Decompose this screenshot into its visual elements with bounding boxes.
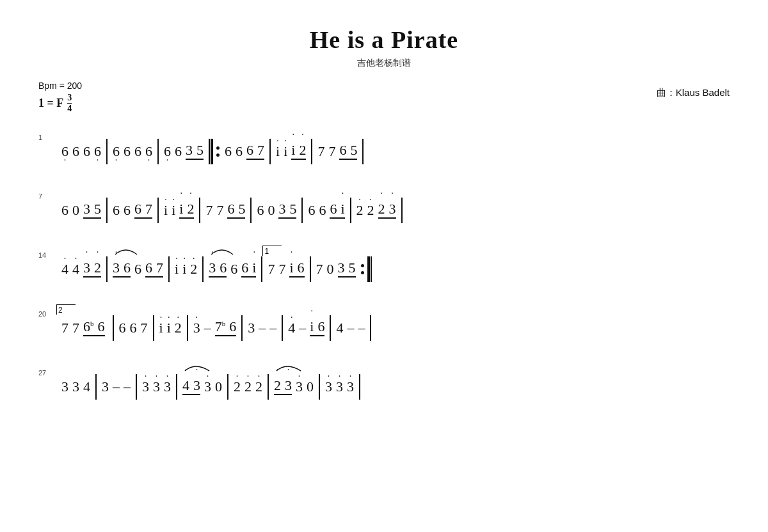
measure-20-volta2: 2 7 7 6b 6 [56,320,110,336]
staff-row-1: 1 6· 6 6 6· [38,132,730,171]
measure-14: 4· 4· 3· 2· [56,261,106,278]
notes-m3: 6· 6 3 5 [164,143,204,160]
beamed-12high: i· 2· [291,143,306,160]
staff-row-3: 14 4· 4· 3· 2· [38,250,730,288]
note-7: 7 [328,145,335,159]
repeat-barline-start [209,139,220,164]
measure-27: 3 3 4 [56,380,95,394]
notes-m4: 6 6 6 7 [225,143,264,160]
measure-6: 7 7 6 5 [312,143,362,160]
note-6: 6 [236,145,243,159]
beamed-35: 3 5 [186,143,204,160]
measure-7: 6 0 3 5 [56,202,106,219]
measure-1: 6· 6 6 6· [56,145,106,159]
note-6: 6 [225,145,232,159]
measure-30: 4· 3· 3· 0 [177,379,227,395]
measure-21: 6 6 7 [114,321,153,335]
notes-m5: i· i· i· 2· [276,143,306,160]
measure-16: i· i· 2· [170,262,202,276]
staff-line-1: 6· 6 6 6· 6· [56,132,730,171]
measure-23: 3· – 7b 6 [188,320,242,336]
volta-bracket-1: 1 [262,246,282,256]
note-1high: i· [276,145,280,159]
time-sig: 3 4 [67,93,72,113]
measure-13: 2· 2· 2· 3· [351,202,401,219]
staff-row-5: 27 3 3 4 3 – – [38,368,730,406]
measure-5: i· i· i· 2· [271,143,311,160]
row-number-2: 7 [38,192,42,200]
note-6: 6 [175,145,182,159]
measure-25: 4· – i· 6 [283,320,330,336]
measure-11: 6 0 3 5 [252,202,301,219]
title-section: He is a Pirate 吉他老杨制谱 [38,26,730,69]
time-sig-den: 4 [67,104,72,113]
barline [362,139,364,164]
notes-m2: 6· 6 6 6· [113,145,152,159]
composer-label: 曲：Klaus Badelt [657,87,730,99]
slur-43: 4· 3· [182,379,200,395]
bpm-label: Bpm = 200 [38,81,730,91]
measure-29: 3· 3· 3· [137,380,176,394]
staff-row-4: 20 2 7 7 6b 6 [38,309,730,347]
note-6low: 6· [113,145,120,159]
notes-m1: 6· 6 6 6· [61,145,101,159]
row-number-4: 20 [38,310,46,318]
measure-15: 3· 6 6 6 7 [108,261,168,278]
main-title: He is a Pirate [38,26,730,54]
beamed-67: 6 7 [246,143,264,160]
note-6: 6 [124,145,131,159]
staff-section: 1 6· 6 6 6· [38,132,730,406]
beamed-35: 3 5 [83,202,101,219]
beamed-65: 6 5 [339,143,357,160]
measure-10: 7 7 6 5 [200,202,250,219]
note-6: 6 [134,145,141,159]
time-sig-num: 3 [67,93,72,104]
measure-33: 3· 3· 3· [320,380,359,394]
row-number-3: 14 [38,251,46,259]
measure-4: 6 6 6 7 [220,143,269,160]
notes-m6: 7 7 6 5 [317,143,357,160]
measure-9: i· i· i· 2· [159,202,199,219]
note-6: 6 [72,145,79,159]
staff-line-3: 4· 4· 3· 2· 3· [56,250,730,288]
slur-36b: 3· 6 [209,261,227,278]
measure-12: 6 6 6 i· [303,202,349,219]
volta-bracket-2: 2 [56,304,76,315]
repeat-end-bar [361,256,372,282]
key-signature: 1 = F 3 4 [38,93,730,113]
staff-line-4: 2 7 7 6b 6 6 6 [56,309,730,347]
page: He is a Pirate 吉他老杨制谱 Bpm = 200 1 = F 3 … [0,0,768,452]
row-number-5: 27 [38,369,46,377]
slur-23: 2· 3· [274,379,292,395]
slur-arc [113,244,131,257]
measure-24: 3 – – [243,321,282,335]
measure-22: i· i· 2· [154,321,187,335]
subtitle: 吉他老杨制谱 [38,58,730,69]
measure-28: 3 – – [97,380,136,394]
key-label: 1 = F [38,97,63,110]
meta-section: Bpm = 200 1 = F 3 4 曲：Klaus Badelt [38,81,730,113]
slur-36: 3· 6 [113,261,131,278]
note-6low2: 6· [94,145,101,159]
measure-19: 7 0 3 5 [311,261,361,278]
note-6low2: 6· [145,145,152,159]
measure-17: 3· 6 6 6 i· [204,261,261,278]
measure-3: 6· 6 3 5 [159,143,209,160]
row-number-1: 1 [38,134,42,141]
staff-line-5: 3 3 4 3 – – [56,368,730,406]
measure-8: 6 6 6 7 [108,202,157,219]
measure-18-volta1: 1 7 7 i· 6 [262,261,309,278]
measure-26: 4 – – [331,321,370,335]
note-6low: 6· [61,145,68,159]
staff-row-2: 7 6 0 3 5 6 [38,191,730,230]
note-6: 6 [83,145,90,159]
measure-31: 2· 2· 2· [228,380,268,394]
measure-32: 2· 3· 3· 0 [269,379,319,395]
measure-2: 6· 6 6 6· [108,145,157,159]
note-1high2: i· [284,145,287,159]
slur-arc2 [209,244,227,257]
note-7: 7 [317,145,324,159]
note-6low: 6· [164,145,171,159]
staff-line-2: 6 0 3 5 6 6 6 [56,191,730,230]
